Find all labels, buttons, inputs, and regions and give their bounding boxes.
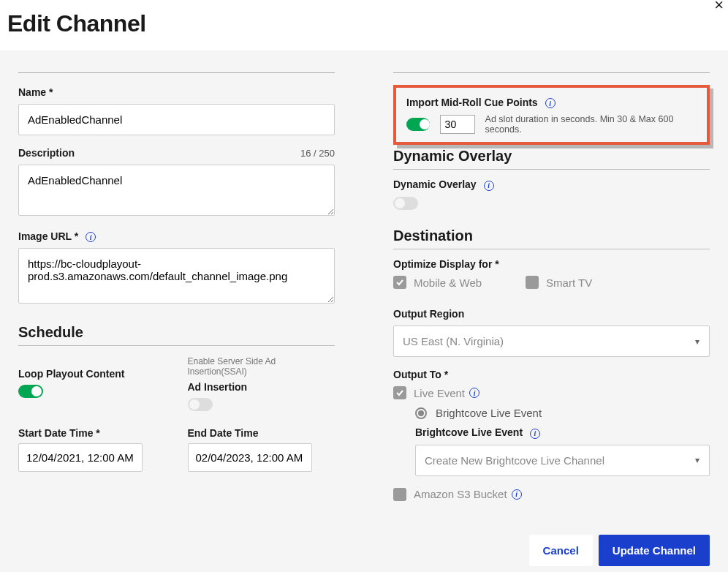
output-to-label: Output To * xyxy=(393,369,710,380)
description-field: Description 16 / 250 AdEnabledChannel xyxy=(18,147,335,219)
name-label: Name * xyxy=(18,86,335,98)
brightcove-live-event-label: Brightcove Live Event i xyxy=(415,426,710,438)
description-counter: 16 / 250 xyxy=(300,148,335,159)
description-label: Description xyxy=(18,147,75,159)
divider xyxy=(393,72,710,73)
brightcove-live-event-label-text: Brightcove Live Event xyxy=(415,426,523,438)
name-input[interactable] xyxy=(18,104,335,135)
start-date-group: Start Date Time * xyxy=(18,427,166,472)
output-live-row[interactable]: Live Event i xyxy=(393,386,710,399)
end-date-label: End Date Time xyxy=(188,427,335,439)
schedule-heading: Schedule xyxy=(18,324,335,346)
info-icon[interactable]: i xyxy=(86,232,96,242)
checkbox-checked-icon xyxy=(393,276,406,289)
brightcove-live-radio-row[interactable]: Brightcove Live Event xyxy=(415,407,710,419)
brightcove-live-group: Brightcove Live Event Brightcove Live Ev… xyxy=(415,407,710,475)
info-icon[interactable]: i xyxy=(512,489,522,500)
info-icon[interactable]: i xyxy=(469,388,479,398)
start-date-label: Start Date Time * xyxy=(18,427,166,439)
description-input[interactable]: AdEnabledChannel xyxy=(18,165,335,216)
loop-playout-group: Loop Playout Content xyxy=(18,356,166,411)
output-to-field: Output To * Live Event i Brightcove Live… xyxy=(393,369,710,500)
output-region-select[interactable]: US East (N. Virginia) xyxy=(393,325,710,357)
image-url-label: Image URL * i xyxy=(18,230,335,242)
midroll-toggle[interactable] xyxy=(406,118,430,131)
checkbox-unchecked-icon xyxy=(526,276,539,289)
brightcove-live-radio-label: Brightcove Live Event xyxy=(436,407,542,419)
midroll-label: Import Mid-Roll Cue Points i xyxy=(406,97,697,108)
ad-insertion-group: Enable Server Side Ad Insertion(SSAI) Ad… xyxy=(188,356,335,411)
loop-playout-toggle[interactable] xyxy=(18,385,43,398)
destination-heading: Destination xyxy=(393,227,710,249)
page-title: Edit Channel xyxy=(7,10,721,37)
checkbox-checked-icon xyxy=(393,386,406,399)
image-url-label-text: Image URL * xyxy=(18,230,78,242)
midroll-highlight: Import Mid-Roll Cue Points i Ad slot dur… xyxy=(393,85,710,145)
output-live-label: Live Event xyxy=(414,387,465,399)
right-column: Import Mid-Roll Cue Points i Ad slot dur… xyxy=(393,72,710,513)
start-date-input[interactable] xyxy=(18,443,143,472)
dynamic-overlay-toggle xyxy=(393,197,418,210)
optimize-tv-label: Smart TV xyxy=(546,276,592,289)
optimize-mobile-row[interactable]: Mobile & Web xyxy=(393,276,482,289)
dynamic-overlay-label: Dynamic Overlay i xyxy=(393,178,710,190)
page-header: Edit Channel xyxy=(0,0,728,50)
end-date-input[interactable] xyxy=(188,443,312,472)
radio-selected-icon xyxy=(415,407,427,419)
info-icon[interactable]: i xyxy=(484,181,494,191)
dialog-footer: Cancel Update Channel xyxy=(0,527,728,572)
midroll-helper: Ad slot duration in seconds. Min 30 & Ma… xyxy=(485,114,697,135)
info-icon[interactable]: i xyxy=(530,429,540,439)
close-icon[interactable]: × xyxy=(714,0,724,15)
optimize-field: Optimize Display for * Mobile & Web Smar… xyxy=(393,258,710,296)
form-content: Name * Description 16 / 250 AdEnabledCha… xyxy=(0,50,728,527)
divider xyxy=(18,72,335,73)
optimize-mobile-label: Mobile & Web xyxy=(414,276,482,289)
output-s3-label: Amazon S3 Bucket xyxy=(414,488,507,500)
ad-insertion-label: Ad Insertion xyxy=(188,381,335,393)
cancel-button[interactable]: Cancel xyxy=(529,535,593,566)
optimize-tv-row[interactable]: Smart TV xyxy=(526,276,592,289)
output-region-field: Output Region US East (N. Virginia) xyxy=(393,308,710,357)
info-icon[interactable]: i xyxy=(545,98,556,108)
image-url-field: Image URL * i https://bc-cloudplayout-pr… xyxy=(18,230,335,306)
dynamic-overlay-field: Dynamic Overlay i xyxy=(393,178,710,210)
optimize-label: Optimize Display for * xyxy=(393,258,710,270)
output-region-label: Output Region xyxy=(393,308,710,320)
output-s3-row[interactable]: Amazon S3 Bucket i xyxy=(393,488,710,501)
ad-insertion-toggle xyxy=(188,398,213,411)
dynamic-overlay-label-text: Dynamic Overlay xyxy=(393,178,477,190)
brightcove-live-select[interactable]: Create New Brightcove Live Channel xyxy=(415,445,710,476)
dynamic-overlay-heading: Dynamic Overlay xyxy=(393,148,710,170)
left-column: Name * Description 16 / 250 AdEnabledCha… xyxy=(18,72,335,513)
end-date-group: End Date Time xyxy=(188,427,335,472)
loop-playout-label: Loop Playout Content xyxy=(18,368,166,380)
midroll-label-text: Import Mid-Roll Cue Points xyxy=(406,97,538,108)
midroll-duration-input[interactable] xyxy=(440,115,475,134)
update-channel-button[interactable]: Update Channel xyxy=(599,535,710,566)
name-field: Name * xyxy=(18,86,335,135)
image-url-input[interactable]: https://bc-cloudplayout-prod.s3.amazonaw… xyxy=(18,248,335,304)
ssai-helper: Enable Server Side Ad Insertion(SSAI) xyxy=(188,356,335,377)
checkbox-unchecked-icon xyxy=(393,488,406,501)
